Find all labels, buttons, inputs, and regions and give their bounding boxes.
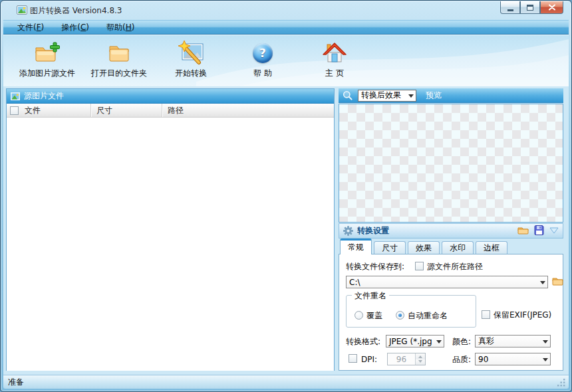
toolbar-button-help[interactable]: ? 帮 助	[227, 39, 299, 83]
minimize-icon	[507, 9, 513, 11]
magnifier-icon	[343, 90, 353, 100]
menu-item-file[interactable]: 文件(F)	[9, 21, 53, 34]
quality-select[interactable]: 90	[475, 353, 551, 365]
rename-legend: 文件重名	[352, 290, 389, 302]
toolbar-button-label: 开始转换	[175, 68, 207, 79]
chevron-down-icon	[436, 340, 442, 346]
toolbar-buttons: 添加图片源文件 打开目的文件夹	[11, 39, 370, 83]
title-bar[interactable]: 图片转换器 Version4.8.3	[1, 1, 571, 20]
format-select[interactable]: JPEG (*.jpg	[386, 335, 444, 347]
right-column: 转换后效果 预览 转换设置	[339, 86, 563, 371]
tab-border[interactable]: 边框	[476, 241, 507, 254]
folder-add-icon	[33, 39, 61, 67]
column-header-size[interactable]: 尺寸	[91, 104, 162, 117]
dpi-label: DPI:	[361, 355, 377, 364]
menu-item-help[interactable]: 帮助(H)	[98, 21, 143, 34]
menu-access-key: F	[37, 23, 41, 32]
menu-label: )	[86, 23, 89, 32]
toolbar-button-label: 添加图片源文件	[19, 68, 75, 79]
close-icon	[548, 4, 556, 11]
maximize-icon	[527, 5, 533, 11]
tab-effect[interactable]: 效果	[408, 241, 440, 254]
toolbar-button-label: 主 页	[325, 68, 344, 79]
keep-exif-checkbox[interactable]	[482, 310, 490, 319]
quality-label: 品质:	[452, 355, 471, 364]
close-button[interactable]	[540, 1, 563, 14]
spinner-up-button[interactable]	[416, 353, 425, 359]
folder-open-icon	[105, 39, 133, 67]
menu-label: )	[41, 23, 45, 32]
toolbar-button-home[interactable]: 主 页	[299, 39, 370, 83]
content-area: 源图片文件 文件 尺寸 路径 转换后效果	[3, 86, 569, 375]
column-header-path[interactable]: 路径	[162, 104, 334, 117]
format-value: JPEG (*.jpg	[389, 337, 432, 346]
quality-value: 90	[478, 355, 488, 364]
toolbar-button-add-files[interactable]: 添加图片源文件	[11, 39, 83, 83]
file-table-header: 文件 尺寸 路径	[7, 104, 334, 118]
keep-exif-label: 保留EXIF(JPEG)	[494, 310, 551, 320]
maximize-button[interactable]	[520, 1, 540, 14]
menu-label: 文件(	[17, 22, 37, 33]
menu-label: 操作(	[61, 22, 80, 33]
save-path-value: C:\	[349, 278, 360, 287]
triangle-up-icon	[418, 353, 422, 358]
select-all-checkbox[interactable]	[10, 106, 19, 115]
tab-watermark[interactable]: 水印	[442, 241, 474, 254]
chevron-down-icon	[543, 358, 548, 364]
general-tab-panel: 转换文件保存到: 源文件所在路径 C:\ 文件重名 覆盖	[339, 254, 563, 371]
toolbar-button-label: 帮 助	[253, 68, 272, 79]
gear-icon	[343, 226, 353, 236]
toolbar-button-open-dest-folder[interactable]: 打开目的文件夹	[83, 39, 155, 83]
effect-select-value: 转换后效果	[361, 90, 401, 101]
menu-access-key: H	[126, 23, 132, 32]
auto-rename-radio[interactable]	[396, 311, 404, 320]
image-icon	[11, 92, 20, 100]
dpi-checkbox[interactable]	[349, 354, 357, 363]
effect-select[interactable]: 转换后效果	[358, 90, 416, 102]
menu-item-operation[interactable]: 操作(C)	[53, 21, 98, 34]
convert-wand-icon	[176, 39, 206, 67]
window-controls	[500, 1, 563, 14]
overwrite-label: 覆盖	[366, 311, 382, 320]
color-select[interactable]: 真彩	[475, 335, 551, 347]
status-bar: 准备	[3, 375, 569, 389]
folder-icon	[552, 276, 563, 286]
save-settings-button[interactable]	[534, 225, 544, 237]
overwrite-radio[interactable]	[355, 311, 363, 320]
tab-label: 尺寸	[382, 243, 398, 254]
dpi-spinner[interactable]: 96	[387, 353, 426, 365]
minimize-button[interactable]	[500, 1, 520, 14]
dpi-spinner-buttons	[415, 353, 425, 365]
spinner-down-button[interactable]	[416, 359, 425, 365]
source-path-label: 源文件所在路径	[427, 262, 483, 271]
question-glyph: ?	[259, 47, 266, 60]
settings-header-actions	[517, 225, 559, 237]
triangle-down-icon	[549, 227, 559, 234]
save-path-select[interactable]: C:\	[346, 276, 548, 288]
load-settings-button[interactable]	[517, 225, 529, 237]
file-table-body[interactable]	[7, 118, 334, 371]
column-header-file[interactable]: 文件	[7, 104, 91, 117]
collapse-settings-button[interactable]	[549, 227, 559, 236]
chevron-down-icon	[543, 340, 548, 346]
chevron-down-icon	[540, 281, 545, 287]
app-window: 图片转换器 Version4.8.3 文件(F) 操作(C) 帮助(H)	[0, 0, 572, 392]
menu-access-key: C	[80, 23, 86, 32]
source-files-header: 源图片文件	[7, 89, 334, 104]
column-label: 尺寸	[96, 105, 112, 116]
home-icon	[322, 39, 347, 67]
tab-general[interactable]: 常规	[340, 239, 372, 254]
source-path-checkbox[interactable]	[415, 262, 424, 270]
menu-label: )	[132, 23, 135, 32]
source-panel-title: 源图片文件	[24, 90, 64, 102]
toolbar: 添加图片源文件 打开目的文件夹	[3, 35, 569, 86]
menu-bar: 文件(F) 操作(C) 帮助(H)	[3, 20, 569, 35]
resize-grip[interactable]	[557, 378, 566, 387]
save-to-label: 转换文件保存到:	[346, 262, 404, 271]
help-icon: ?	[253, 39, 273, 67]
column-label: 文件	[25, 105, 41, 116]
toolbar-button-start-convert[interactable]: 开始转换	[155, 39, 227, 83]
browse-folder-button[interactable]	[552, 276, 563, 288]
tab-size[interactable]: 尺寸	[374, 241, 406, 254]
toolbar-button-label: 打开目的文件夹	[91, 68, 147, 79]
